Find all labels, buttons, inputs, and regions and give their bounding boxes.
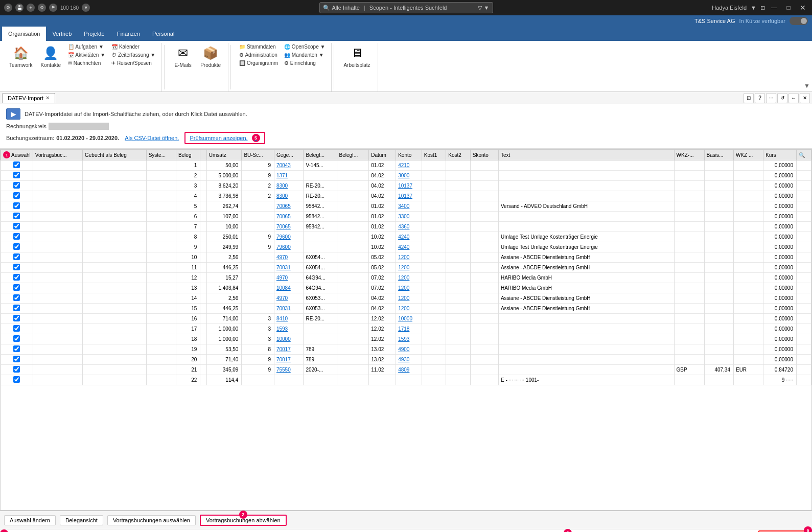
- row-konto[interactable]: 4210: [396, 160, 422, 171]
- row-konto[interactable]: 4240: [396, 232, 422, 242]
- row-konto[interactable]: 3000: [396, 171, 422, 181]
- maximize-btn[interactable]: □: [783, 3, 794, 13]
- search-dropdown-icon[interactable]: ▼: [484, 5, 490, 11]
- row-konto[interactable]: 1200: [396, 304, 422, 314]
- produkte-btn[interactable]: 📦 Produkte: [197, 43, 224, 70]
- col-gebucht[interactable]: Gebucht als Beleg: [82, 150, 146, 160]
- col-gege[interactable]: Gege...: [274, 150, 303, 160]
- nav-item-personal[interactable]: Personal: [146, 27, 180, 41]
- col-umsatz[interactable]: Umsatz: [206, 150, 242, 160]
- reisen-btn[interactable]: ✈ Reisen/Spesen: [109, 59, 157, 67]
- row-gege[interactable]: 8300: [274, 191, 303, 201]
- close-panel-btn[interactable]: ✕: [800, 93, 810, 103]
- filter-icon[interactable]: ▽: [478, 5, 482, 11]
- emails-btn[interactable]: ✉ E-Mails: [171, 43, 195, 70]
- ribbon-expand[interactable]: ▼: [804, 43, 810, 91]
- row-cb[interactable]: [1, 171, 33, 181]
- row-cb[interactable]: [1, 293, 33, 304]
- settings-icon[interactable]: ⚙: [38, 4, 46, 12]
- flag-icon[interactable]: ⚑: [49, 4, 57, 12]
- nav-item-projekte[interactable]: Projekte: [78, 27, 110, 41]
- row-gege[interactable]: 70017: [274, 344, 303, 355]
- col-wkz1[interactable]: WKZ-...: [674, 150, 704, 160]
- vortragsbuchungen-auswahlen-btn[interactable]: Vortragsbuchungen auswählen: [107, 515, 196, 525]
- arbeitsplatz-btn[interactable]: 🖥 Arbeitsplatz: [340, 43, 373, 70]
- help-btn[interactable]: ?: [755, 93, 765, 103]
- row-cb[interactable]: [1, 324, 33, 334]
- row-gege[interactable]: 8300: [274, 181, 303, 191]
- row-cb[interactable]: [1, 222, 33, 232]
- back-btn[interactable]: ←: [788, 93, 799, 103]
- col-wkz2[interactable]: WKZ ...: [733, 150, 763, 160]
- row-konto[interactable]: 1200: [396, 252, 422, 263]
- kontakte-btn[interactable]: 👤 Kontakte: [38, 43, 64, 70]
- row-konto[interactable]: 1200: [396, 263, 422, 273]
- row-cb[interactable]: [1, 252, 33, 263]
- row-konto[interactable]: 4360: [396, 222, 422, 232]
- row-gege[interactable]: 8410: [274, 314, 303, 324]
- importieren-btn[interactable]: Importieren: [758, 530, 808, 533]
- col-kost2[interactable]: Kost2: [446, 150, 471, 160]
- new-window-btn[interactable]: ⊡: [744, 93, 754, 103]
- row-gege[interactable]: 10084: [274, 283, 303, 293]
- row-cb[interactable]: [1, 232, 33, 242]
- nachrichten-btn[interactable]: ✉ Nachrichten: [66, 59, 107, 67]
- col-busc[interactable]: BU-Sc...: [242, 150, 274, 160]
- row-gege[interactable]: [274, 375, 303, 385]
- col-skonto[interactable]: Skonto: [470, 150, 498, 160]
- row-gege[interactable]: 70031: [274, 304, 303, 314]
- row-gege[interactable]: 4970: [274, 273, 303, 283]
- col-vortragsbuc[interactable]: Vortragsbuc...: [33, 150, 82, 160]
- row-konto[interactable]: 4240: [396, 242, 422, 252]
- tab-close-btn[interactable]: ✕: [45, 95, 50, 101]
- row-gege[interactable]: 70031: [274, 263, 303, 273]
- row-cb[interactable]: [1, 191, 33, 201]
- row-gege[interactable]: 4970: [274, 293, 303, 304]
- teamwork-btn[interactable]: 🏠 Organisation Teamwork: [6, 43, 36, 70]
- row-cb[interactable]: [1, 242, 33, 252]
- belegansicht-btn[interactable]: Belegansicht: [60, 515, 103, 525]
- row-konto[interactable]: 1593: [396, 334, 422, 344]
- kalender-btn[interactable]: 📆 Kalender: [109, 43, 157, 51]
- row-konto[interactable]: 3400: [396, 201, 422, 212]
- menu-icon[interactable]: ▼: [82, 4, 90, 12]
- save-icon[interactable]: 💾: [15, 4, 24, 12]
- col-kurs[interactable]: Kurs: [763, 150, 797, 160]
- col-konto[interactable]: Konto: [396, 150, 422, 160]
- row-konto[interactable]: [396, 375, 422, 385]
- row-gege[interactable]: 1593: [274, 324, 303, 334]
- col-basis[interactable]: Basis...: [704, 150, 733, 160]
- row-gege[interactable]: 1371: [274, 171, 303, 181]
- row-cb[interactable]: [1, 160, 33, 171]
- row-cb[interactable]: [1, 181, 33, 191]
- row-gege[interactable]: 79600: [274, 232, 303, 242]
- col-auswahl[interactable]: 1 Auswahl: [1, 150, 33, 160]
- csv-link[interactable]: Als CSV-Datei öffnen.: [125, 135, 179, 141]
- mandanten-btn[interactable]: 👥 Mandanten ▼: [282, 51, 327, 59]
- row-cb[interactable]: [1, 304, 33, 314]
- close-btn[interactable]: ✕: [798, 3, 808, 13]
- einrichtung-btn[interactable]: ⚙ Einrichtung: [282, 59, 327, 67]
- row-gege[interactable]: 4970: [274, 252, 303, 263]
- toggle-switch[interactable]: [790, 17, 808, 25]
- row-gege[interactable]: 70065: [274, 222, 303, 232]
- row-cb[interactable]: [1, 273, 33, 283]
- col-syste[interactable]: Syste...: [146, 150, 176, 160]
- row-konto[interactable]: 1718: [396, 324, 422, 334]
- zeiterfassung-btn[interactable]: ⏱ Zeiterfassung ▼: [109, 51, 157, 59]
- more-btn[interactable]: ···: [766, 93, 776, 103]
- row-cb[interactable]: [1, 212, 33, 222]
- row-gege[interactable]: 70065: [274, 201, 303, 212]
- minimize-btn[interactable]: —: [769, 3, 779, 13]
- row-konto[interactable]: 10000: [396, 314, 422, 324]
- row-konto[interactable]: 1200: [396, 273, 422, 283]
- row-cb[interactable]: [1, 355, 33, 365]
- refresh-btn[interactable]: ↺: [777, 93, 787, 103]
- administration-btn[interactable]: ⚙ Administration: [237, 51, 280, 59]
- row-cb[interactable]: [1, 201, 33, 212]
- row-konto[interactable]: 10137: [396, 181, 422, 191]
- col-beleg[interactable]: Beleg: [176, 150, 200, 160]
- new-icon[interactable]: +: [27, 4, 35, 12]
- row-gege[interactable]: 70043: [274, 160, 303, 171]
- search-box[interactable]: 🔍 Alle Inhalte | Scopen - Intelligentes …: [319, 2, 493, 13]
